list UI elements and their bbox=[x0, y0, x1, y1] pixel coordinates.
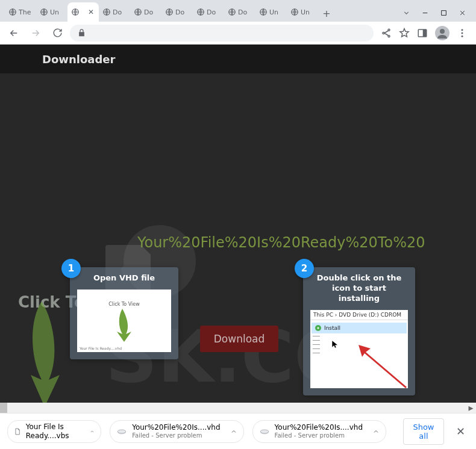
browser-tab[interactable]: Do bbox=[224, 2, 255, 22]
page-heading: Your%20File%20Is%20Ready%20To%20 bbox=[137, 234, 425, 251]
svg-point-27 bbox=[260, 430, 269, 433]
window-controls bbox=[392, 9, 476, 22]
globe-icon bbox=[71, 8, 80, 16]
browser-tab[interactable]: Un bbox=[287, 2, 318, 22]
tab-strip: The Un ✕ Do Do Do Do Do Un Un + bbox=[5, 0, 392, 22]
browser-tab[interactable]: Un bbox=[255, 2, 287, 22]
downloads-bar: Your File Is Ready....vbs Your%20File%20… bbox=[0, 413, 476, 449]
globe-icon bbox=[290, 8, 299, 16]
svg-point-13 bbox=[440, 29, 445, 34]
svg-rect-10 bbox=[442, 11, 446, 16]
globe-icon bbox=[8, 8, 17, 16]
svg-rect-12 bbox=[423, 29, 427, 37]
step-badge: 1 bbox=[61, 259, 81, 278]
download-item[interactable]: Your%20File%20Is....vhdFailed - Server p… bbox=[110, 420, 243, 443]
callout-step-1: 1 Open VHD file Click To View Your File … bbox=[70, 267, 178, 359]
panel-icon[interactable] bbox=[417, 28, 428, 39]
globe-icon bbox=[134, 8, 142, 16]
browser-tab[interactable]: Do bbox=[130, 2, 161, 22]
browser-tab[interactable]: The bbox=[5, 2, 36, 22]
red-arrow-icon bbox=[354, 340, 408, 388]
scrollbar-thumb[interactable] bbox=[0, 403, 7, 413]
browser-toolbar bbox=[0, 22, 476, 45]
cursor-icon bbox=[331, 340, 339, 348]
chevron-down-icon[interactable] bbox=[402, 9, 410, 17]
download-item[interactable]: Your%20File%20Is....vhdFailed - Server p… bbox=[252, 420, 386, 443]
horizontal-scrollbar[interactable]: ▸ bbox=[0, 403, 476, 413]
svg-point-25 bbox=[117, 430, 126, 433]
globe-icon bbox=[40, 8, 48, 16]
install-row: Install bbox=[312, 323, 407, 333]
close-downloads-icon[interactable]: ✕ bbox=[453, 425, 469, 438]
site-title: Downloader bbox=[42, 53, 115, 66]
page-header: Downloader bbox=[0, 45, 476, 73]
back-button[interactable] bbox=[5, 24, 23, 42]
browser-tab[interactable]: Do bbox=[99, 2, 130, 22]
scroll-right-button[interactable]: ▸ bbox=[466, 403, 476, 413]
globe-icon bbox=[165, 8, 174, 16]
svg-point-16 bbox=[462, 35, 463, 37]
callout-step-2: 2 Double click on the icon to start inst… bbox=[303, 267, 415, 395]
globe-icon bbox=[228, 8, 236, 16]
close-icon[interactable] bbox=[459, 9, 466, 17]
menu-icon[interactable] bbox=[457, 28, 468, 39]
chevron-up-icon[interactable] bbox=[372, 428, 380, 435]
script-file-icon bbox=[14, 426, 21, 438]
down-arrow-icon bbox=[112, 309, 136, 342]
profile-avatar[interactable] bbox=[435, 26, 449, 40]
reload-button[interactable] bbox=[48, 24, 66, 42]
disk-file-icon bbox=[259, 426, 270, 438]
titlebar: The Un ✕ Do Do Do Do Do Un Un + bbox=[0, 0, 476, 22]
svg-point-14 bbox=[462, 29, 463, 31]
browser-tab[interactable]: Un bbox=[36, 2, 67, 22]
step-badge: 2 bbox=[295, 259, 314, 278]
close-tab-icon[interactable]: ✕ bbox=[87, 8, 95, 16]
globe-icon bbox=[259, 8, 268, 16]
disk-file-icon bbox=[116, 426, 127, 438]
download-item[interactable]: Your File Is Ready....vbs bbox=[7, 420, 101, 443]
browser-tab[interactable]: Do bbox=[193, 2, 224, 22]
download-button[interactable]: Download bbox=[200, 326, 278, 352]
callout-image: Click To View Your File Is Ready....vhd bbox=[77, 290, 171, 352]
share-icon[interactable] bbox=[381, 28, 392, 39]
browser-tab-active[interactable]: ✕ bbox=[67, 2, 99, 22]
maximize-icon[interactable] bbox=[440, 9, 448, 17]
svg-point-23 bbox=[318, 327, 319, 329]
breadcrumb: This PC › DVD Drive (D:) CDROM bbox=[310, 310, 408, 320]
page-content: Downloader SK.COM Click To View Your%20F… bbox=[0, 45, 476, 403]
chevron-up-icon[interactable] bbox=[90, 428, 95, 435]
show-all-button[interactable]: Show all bbox=[403, 418, 444, 445]
minimize-icon[interactable] bbox=[421, 9, 429, 17]
disc-icon bbox=[315, 324, 322, 332]
star-icon[interactable] bbox=[399, 28, 410, 39]
chevron-up-icon[interactable] bbox=[230, 428, 237, 435]
callout-title: Open VHD file bbox=[77, 273, 171, 283]
lock-icon bbox=[77, 28, 86, 37]
address-bar[interactable] bbox=[70, 25, 374, 42]
down-arrow-graphic bbox=[17, 302, 72, 403]
toolbar-right bbox=[377, 26, 471, 40]
callout-image: This PC › DVD Drive (D:) CDROM Install bbox=[310, 310, 408, 388]
browser-tab[interactable]: Do bbox=[161, 2, 193, 22]
forward-button[interactable] bbox=[27, 24, 45, 42]
globe-icon bbox=[196, 8, 205, 16]
callout-title: Double click on the icon to start instal… bbox=[310, 273, 408, 304]
globe-icon bbox=[102, 8, 111, 16]
new-tab-button[interactable]: + bbox=[318, 5, 335, 22]
svg-point-15 bbox=[462, 32, 463, 34]
